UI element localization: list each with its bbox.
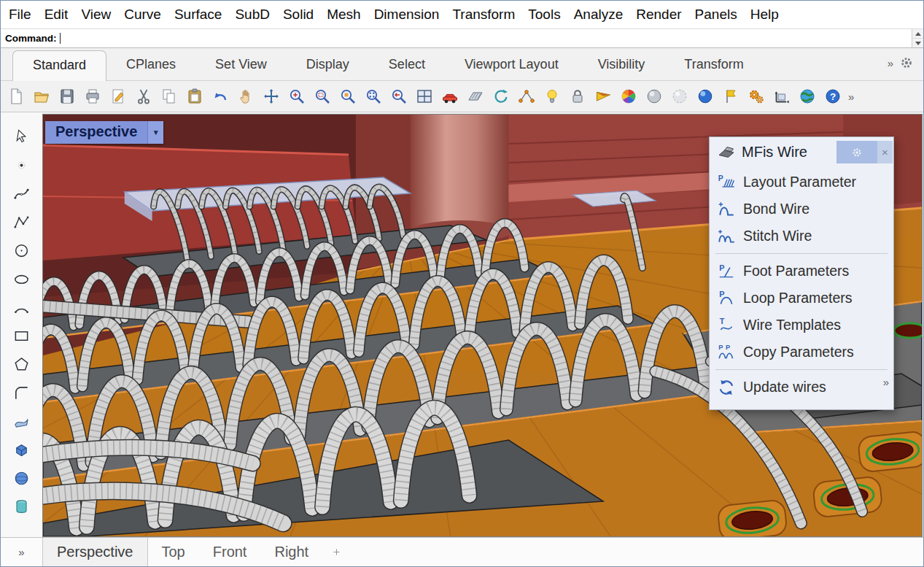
save-button[interactable] — [57, 87, 77, 107]
rendered-display-button[interactable] — [695, 87, 715, 107]
mfis-item-stitch-wire[interactable]: Stitch Wire — [710, 223, 893, 250]
sidebar-ellipse-button[interactable] — [12, 269, 31, 288]
zoom-window-button[interactable] — [312, 87, 332, 107]
ribbon-tab-transform[interactable]: Transform — [664, 50, 763, 80]
menu-mesh[interactable]: Mesh — [320, 7, 367, 23]
menu-dimension[interactable]: Dimension — [368, 7, 446, 23]
viewport-tab-top[interactable]: Top — [148, 538, 199, 566]
undo-icon — [211, 88, 229, 105]
command-spin-down-button[interactable] — [912, 38, 923, 47]
new-viewport-tab-button[interactable] — [331, 538, 342, 566]
cut-button[interactable] — [133, 87, 153, 107]
hatch-button[interactable] — [465, 87, 485, 107]
gears-button[interactable] — [746, 87, 766, 107]
zoom-selected-button[interactable] — [338, 87, 357, 107]
command-spin-up-button[interactable] — [912, 29, 923, 38]
zoom-previous-button[interactable] — [389, 87, 408, 107]
layer-button[interactable] — [593, 87, 613, 107]
ribbon-tab-viewport-layout[interactable]: Viewport Layout — [445, 50, 578, 80]
open-file-button[interactable] — [31, 87, 51, 107]
sidebar-circle-button[interactable] — [12, 241, 31, 260]
perspective-viewport[interactable]: Perspective ▼ MFis Wire × PLayout — [42, 114, 923, 537]
zoom-selected-icon — [339, 88, 357, 105]
pan-button[interactable] — [236, 87, 255, 107]
shaded-display-button[interactable] — [644, 87, 664, 107]
named-view-button[interactable] — [440, 87, 459, 107]
menu-help[interactable]: Help — [744, 7, 785, 23]
menu-view[interactable]: View — [74, 7, 117, 23]
command-input[interactable] — [61, 29, 912, 47]
menu-transform[interactable]: Transform — [446, 7, 521, 23]
sidebar-sphere-button[interactable] — [12, 468, 31, 487]
help-button[interactable]: ? — [823, 87, 842, 107]
rotate-view-button[interactable] — [491, 87, 510, 107]
zoom-dynamic-button[interactable] — [287, 87, 306, 107]
sidebar-polyline-button[interactable] — [12, 212, 31, 231]
side-toolbar-overflow-button[interactable]: » — [1, 538, 42, 566]
viewport-tab-perspective[interactable]: Perspective — [42, 538, 148, 566]
sidebar-curve-button[interactable] — [12, 184, 31, 203]
copy-button[interactable] — [159, 87, 179, 107]
new-file-button[interactable] — [6, 87, 26, 107]
menu-edit[interactable]: Edit — [38, 7, 75, 23]
main-area: Perspective ▼ MFis Wire × PLayout — [1, 112, 923, 537]
sidebar-select-pointer-button[interactable] — [12, 127, 31, 146]
flag-button[interactable] — [721, 87, 740, 107]
web-browser-button[interactable] — [797, 87, 817, 107]
menu-surface[interactable]: Surface — [168, 7, 228, 23]
viewport-title-dropdown[interactable]: ▼ — [147, 121, 163, 144]
mfis-item-layout-parameter[interactable]: PLayout Parameter — [710, 169, 893, 196]
menu-subd[interactable]: SubD — [228, 7, 276, 23]
sidebar-box-button[interactable] — [12, 440, 31, 459]
ribbon-tab-set-view[interactable]: Set View — [195, 50, 287, 80]
mfis-panel-settings-button[interactable] — [836, 141, 877, 163]
menu-analyze[interactable]: Analyze — [567, 7, 630, 23]
toolbar-overflow-button[interactable]: » — [848, 90, 854, 103]
viewport-tab-right[interactable]: Right — [260, 538, 322, 566]
color-wheel-button[interactable] — [618, 87, 638, 107]
sidebar-surface-button[interactable] — [12, 412, 31, 431]
ghosted-display-button[interactable] — [669, 87, 689, 107]
menu-solid[interactable]: Solid — [276, 7, 320, 23]
mfis-item-loop-parameters[interactable]: PLoop Parameters — [710, 285, 893, 312]
mfis-item-bond-wire[interactable]: Bond Wire — [710, 196, 893, 223]
light-button[interactable] — [542, 87, 562, 107]
viewport-layout-button[interactable] — [414, 87, 434, 107]
ribbon-gear-button[interactable] — [898, 55, 915, 71]
sidebar-polygon-button[interactable] — [12, 355, 31, 374]
zoom-extents-button[interactable] — [363, 87, 383, 107]
mfis-panel-close-button[interactable]: × — [877, 141, 893, 163]
edit-notes-button[interactable] — [108, 87, 128, 107]
print-button[interactable] — [82, 87, 102, 107]
menu-tools[interactable]: Tools — [521, 7, 567, 23]
viewport-title-button[interactable]: Perspective — [45, 121, 147, 144]
help-icon: ? — [824, 88, 842, 105]
mfis-item-copy-parameters[interactable]: PPCopy Parameters — [710, 339, 893, 366]
mfis-item-update-wires[interactable]: Update wires» — [710, 374, 893, 401]
move-button[interactable] — [261, 87, 281, 107]
mfis-panel-overflow-button[interactable]: » — [883, 374, 889, 388]
mfis-item-wire-templates[interactable]: TWire Templates — [710, 312, 893, 339]
menu-curve[interactable]: Curve — [117, 7, 168, 23]
ribbon-tab-standard[interactable]: Standard — [12, 50, 106, 81]
lock-button[interactable] — [567, 87, 587, 107]
cplane-button[interactable] — [772, 87, 791, 107]
menu-panels[interactable]: Panels — [688, 7, 744, 23]
ribbon-tab-visibility[interactable]: Visibility — [578, 50, 665, 80]
sidebar-arc-button[interactable] — [12, 298, 31, 317]
osnap-button[interactable] — [516, 87, 536, 107]
mfis-item-foot-parameters[interactable]: PFoot Parameters — [710, 258, 893, 285]
menu-render[interactable]: Render — [629, 7, 688, 23]
undo-button[interactable] — [210, 87, 230, 107]
paste-button[interactable] — [185, 87, 204, 107]
ribbon-tab-cplanes[interactable]: CPlanes — [106, 50, 195, 80]
viewport-tab-front[interactable]: Front — [199, 538, 261, 566]
sidebar-fillet-button[interactable] — [12, 383, 31, 402]
ribbon-tab-select[interactable]: Select — [369, 50, 445, 80]
sidebar-point-button[interactable] — [12, 155, 31, 174]
ribbon-tab-display[interactable]: Display — [287, 50, 369, 80]
ribbon-overflow-button[interactable]: » — [888, 57, 893, 69]
menu-file[interactable]: File — [2, 7, 38, 23]
sidebar-rectangle-button[interactable] — [12, 326, 31, 345]
sidebar-cylinder-button[interactable] — [12, 497, 31, 516]
